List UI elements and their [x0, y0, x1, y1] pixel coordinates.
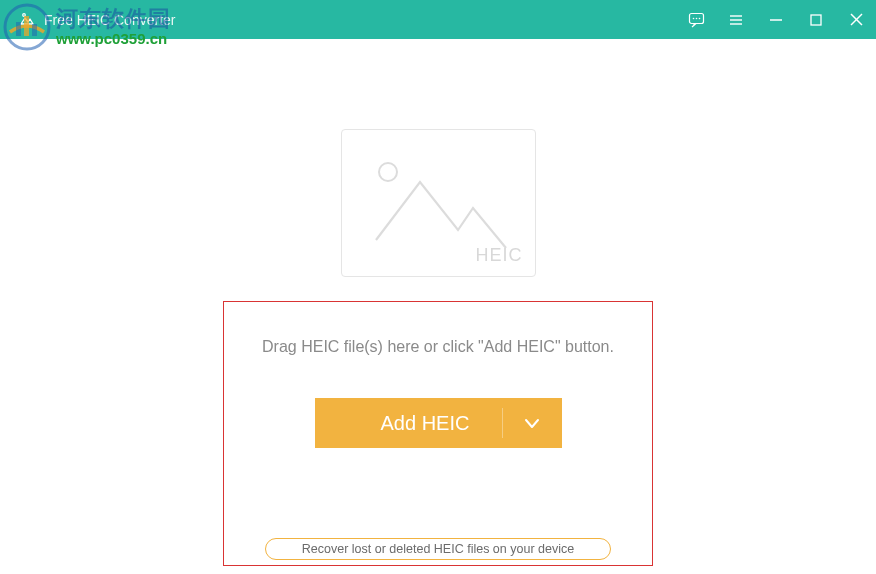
recover-files-button[interactable]: Recover lost or deleted HEIC files on yo… [265, 538, 611, 560]
heic-format-label: HEIC [475, 245, 522, 266]
add-heic-button-label: Add HEIC [315, 412, 502, 435]
main-content: HEIC Drag HEIC file(s) here or click "Ad… [0, 39, 876, 574]
svg-rect-13 [811, 15, 821, 25]
heic-placeholder-image: HEIC [341, 129, 536, 277]
watermark-logo-icon [2, 2, 52, 52]
chevron-down-icon[interactable] [502, 398, 562, 448]
watermark-overlay: 河东软件园 www.pc0359.cn [2, 2, 171, 52]
svg-rect-1 [16, 22, 21, 36]
add-heic-button[interactable]: Add HEIC [315, 398, 562, 448]
svg-point-8 [698, 18, 700, 20]
feedback-icon[interactable] [686, 10, 706, 30]
svg-point-6 [692, 18, 694, 20]
watermark-cn-text: 河东软件园 [56, 7, 171, 31]
watermark-url-text: www.pc0359.cn [56, 31, 171, 48]
svg-rect-2 [24, 16, 29, 36]
drop-instruction-text: Drag HEIC file(s) here or click "Add HEI… [262, 338, 614, 356]
close-icon[interactable] [846, 10, 866, 30]
minimize-icon[interactable] [766, 10, 786, 30]
drop-zone-highlight[interactable]: Drag HEIC file(s) here or click "Add HEI… [223, 301, 653, 566]
svg-point-7 [695, 18, 697, 20]
recover-files-label: Recover lost or deleted HEIC files on yo… [302, 542, 574, 556]
svg-point-16 [379, 163, 397, 181]
menu-icon[interactable] [726, 10, 746, 30]
svg-rect-3 [32, 24, 37, 36]
maximize-icon[interactable] [806, 10, 826, 30]
